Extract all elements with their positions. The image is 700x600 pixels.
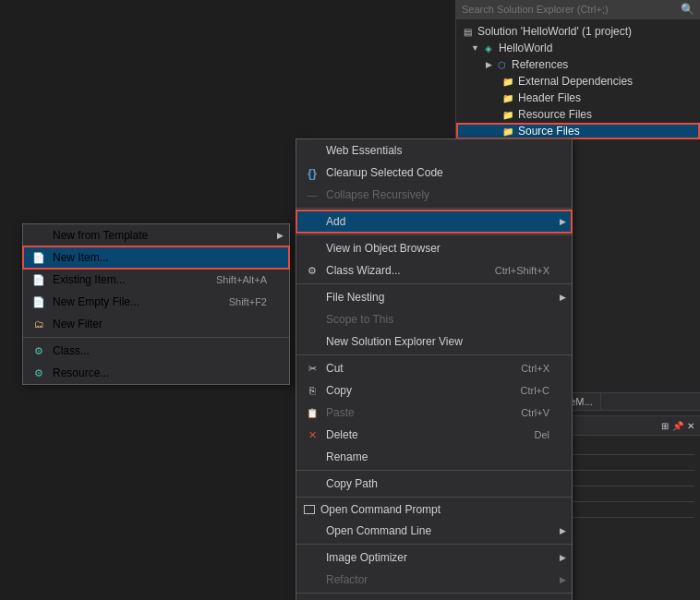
ctx-new-filter[interactable]: 🗂 New Filter	[23, 313, 289, 335]
ctx-resource-label: Resource...	[53, 366, 109, 379]
ctx-paste-label: Paste	[326, 406, 355, 419]
new-item-icon: 📄	[30, 250, 47, 265]
ctx-new-from-template[interactable]: New from Template ▶	[23, 224, 289, 246]
ctx-class[interactable]: ⚙ Class...	[23, 340, 289, 362]
add-icon	[304, 214, 320, 229]
ctx-view-obj-label: View in Object Browser	[326, 242, 441, 255]
ctx-collapse-recursively: — Collapse Recursively	[296, 184, 572, 206]
ctx-copy-shortcut: Ctrl+C	[502, 385, 549, 396]
collapse-icon: —	[304, 187, 320, 202]
tree-item-header-files[interactable]: 📁 Header Files	[456, 90, 700, 106]
ctx-cut[interactable]: ✂ Cut Ctrl+X	[296, 357, 572, 379]
context-menu: Web Essentials {} Cleanup Selected Code …	[296, 138, 573, 600]
refactor-arrow-icon: ▶	[560, 575, 566, 584]
new-empty-file-icon: 📄	[30, 294, 47, 309]
solution-tree: ▤ Solution 'HelloWorld' (1 project) ▼ ◈ …	[456, 19, 700, 143]
ctx-delete-shortcut: Del	[515, 429, 549, 440]
search-icon: 🔍	[681, 3, 694, 16]
prop-sort-icon[interactable]: ⊞	[661, 421, 669, 431]
source-folder-icon: 📁	[501, 124, 515, 138]
cleanup-icon: {}	[304, 165, 320, 180]
prop-pin-icon[interactable]: 📌	[672, 421, 683, 431]
add-arrow-icon: ▶	[560, 217, 566, 226]
add-submenu-sep	[23, 337, 289, 338]
tree-item-project-label: HelloWorld	[499, 42, 552, 54]
project-icon: ◈	[481, 41, 496, 55]
ctx-class-wizard[interactable]: ⚙ Class Wizard... Ctrl+Shift+X	[296, 259, 572, 282]
ctx-rename[interactable]: Rename	[296, 446, 572, 468]
ctx-resource[interactable]: ⚙ Resource...	[23, 362, 289, 384]
ctx-scope-to-this: Scope to This	[296, 308, 572, 330]
ctx-copy[interactable]: ⎘ Copy Ctrl+C	[296, 379, 572, 402]
ctx-delete[interactable]: ✕ Delete Del	[296, 424, 572, 446]
ctx-cut-shortcut: Ctrl+X	[502, 363, 549, 374]
tree-item-external-deps[interactable]: 📁 External Dependencies	[456, 73, 700, 90]
submenu-arrow-icon: ▶	[277, 231, 284, 240]
ctx-cut-label: Cut	[326, 362, 344, 375]
ctx-sep-3	[296, 283, 572, 284]
ctx-open-command-line-label: Open Command Line	[326, 524, 431, 537]
ctx-new-solution-view[interactable]: New Solution Explorer View	[296, 330, 572, 353]
tree-item-resource-files[interactable]: 📁 Resource Files	[456, 106, 700, 123]
ctx-open-command-prompt-label: Open Command Prompt	[320, 503, 441, 516]
copy-path-icon	[304, 476, 320, 491]
cmd-prompt-icon	[304, 505, 315, 514]
new-solution-view-icon	[304, 334, 320, 349]
ctx-existing-item[interactable]: 📄 Existing Item... Shift+Alt+A	[23, 269, 289, 291]
header-folder-icon: 📁	[501, 90, 515, 105]
rename-icon	[304, 450, 320, 464]
cmd-line-arrow-icon: ▶	[560, 526, 566, 535]
image-optimizer-icon	[304, 550, 320, 565]
class-wizard-icon: ⚙	[304, 263, 320, 278]
ref-arrow: ▶	[486, 60, 492, 69]
ctx-refactor-label: Refactor	[326, 573, 368, 586]
resource-folder-icon: 📁	[501, 107, 515, 122]
ctx-new-empty-file-shortcut: Shift+F2	[211, 296, 267, 307]
ctx-new-solution-view-label: New Solution Explorer View	[326, 335, 463, 348]
search-input[interactable]	[462, 4, 677, 15]
ctx-properties[interactable]: 🔧 Properties Alt+Enter	[296, 595, 572, 600]
ctx-add[interactable]: Add ▶	[296, 210, 572, 233]
ctx-file-nesting[interactable]: File Nesting ▶	[296, 286, 572, 308]
web-essentials-icon	[304, 143, 320, 158]
solution-explorer-search-bar[interactable]: 🔍	[456, 0, 700, 19]
tree-item-references[interactable]: ▶ ⬡ References	[456, 56, 700, 73]
class-icon: ⚙	[30, 343, 47, 358]
ctx-copy-path-label: Copy Path	[326, 477, 378, 490]
resource-icon: ⚙	[30, 366, 47, 380]
tree-item-solution[interactable]: ▤ Solution 'HelloWorld' (1 project)	[456, 23, 700, 40]
ctx-web-essentials[interactable]: Web Essentials	[296, 139, 572, 162]
ctx-new-empty-file[interactable]: 📄 New Empty File... Shift+F2	[23, 291, 289, 313]
ctx-image-optimizer[interactable]: Image Optimizer ▶	[296, 546, 572, 569]
ctx-open-command-line[interactable]: Open Command Line ▶	[296, 520, 572, 542]
references-icon: ⬡	[494, 57, 509, 72]
new-from-template-icon	[30, 228, 47, 243]
ctx-new-item[interactable]: 📄 New Item...	[23, 246, 289, 269]
ctx-sep-1	[296, 208, 572, 209]
copy-icon: ⎘	[304, 383, 320, 398]
ctx-paste-shortcut: Ctrl+V	[502, 407, 549, 418]
tree-item-header-files-label: Header Files	[518, 91, 581, 104]
ctx-class-wizard-shortcut: Ctrl+Shift+X	[477, 265, 549, 276]
tree-item-source-files[interactable]: 📁 Source Files	[456, 123, 700, 139]
ctx-view-object-browser[interactable]: View in Object Browser	[296, 237, 572, 259]
existing-item-icon: 📄	[30, 272, 47, 287]
prop-close-icon[interactable]: ✕	[687, 421, 694, 431]
tree-item-source-files-label: Source Files	[518, 125, 580, 138]
tree-item-solution-label: Solution 'HelloWorld' (1 project)	[477, 25, 632, 38]
ctx-sep-8	[296, 593, 572, 594]
ctx-class-wizard-label: Class Wizard...	[326, 264, 401, 277]
ctx-sep-7	[296, 544, 572, 545]
add-submenu: New from Template ▶ 📄 New Item... 📄 Exis…	[22, 223, 290, 385]
ctx-sep-6	[296, 497, 572, 498]
ctx-copy-path[interactable]: Copy Path	[296, 473, 572, 495]
view-obj-icon	[304, 241, 320, 256]
ctx-cleanup-code[interactable]: {} Cleanup Selected Code	[296, 162, 572, 184]
ctx-refactor: Refactor ▶	[296, 569, 572, 591]
delete-icon: ✕	[304, 427, 320, 442]
paste-icon: 📋	[304, 405, 320, 420]
ctx-scope-to-this-label: Scope to This	[326, 313, 393, 326]
tree-item-project[interactable]: ▼ ◈ HelloWorld	[456, 40, 700, 56]
tree-item-ext-deps-label: External Dependencies	[518, 75, 633, 88]
ctx-open-command-prompt[interactable]: Open Command Prompt	[296, 499, 572, 520]
